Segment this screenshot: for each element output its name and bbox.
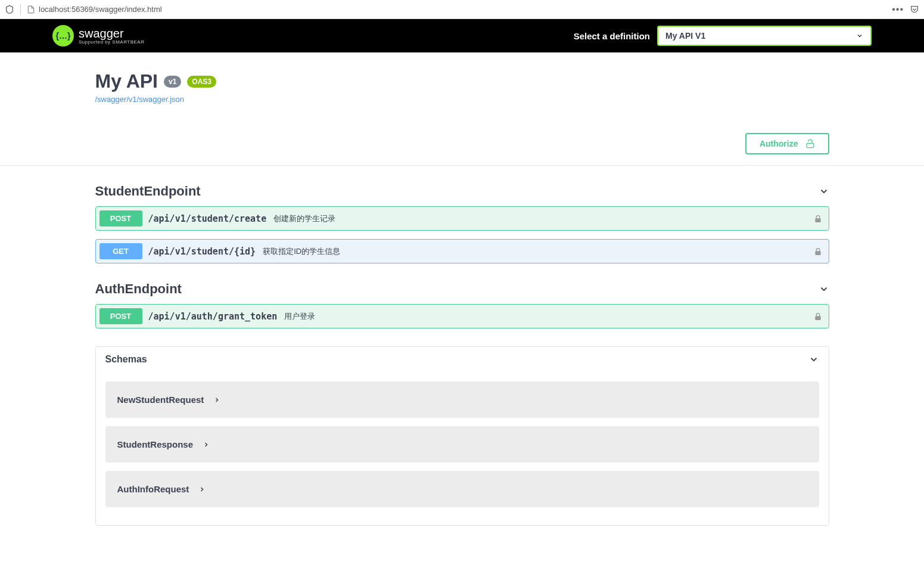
unlock-icon — [805, 139, 815, 148]
browser-right-icons: ••• — [892, 4, 919, 15]
api-title-row: My API v1 OAS3 — [95, 70, 829, 92]
tag-header[interactable]: StudentEndpoint — [95, 178, 829, 206]
operation-row[interactable]: POST /api/v1/auth/grant_token 用户登录 — [95, 304, 829, 328]
swagger-brand: swagger — [79, 27, 144, 40]
info-section: My API v1 OAS3 /swagger/v1/swagger.json — [0, 52, 924, 116]
schema-item[interactable]: AuthInfoRequest — [105, 471, 819, 507]
chevron-right-icon — [213, 396, 220, 404]
authorize-button[interactable]: Authorize — [745, 133, 829, 154]
lock-icon[interactable] — [813, 214, 823, 224]
definition-label: Select a definition — [574, 31, 650, 41]
schema-item[interactable]: StudentResponse — [105, 426, 819, 463]
divider — [20, 4, 21, 15]
definition-select[interactable]: My API V1 — [657, 26, 872, 46]
chevron-down-icon — [819, 186, 829, 197]
schema-item[interactable]: NewStudentRequest — [105, 381, 819, 418]
swagger-logo-icon: {…} — [52, 25, 74, 46]
version-badge: v1 — [164, 76, 181, 88]
browser-address-bar: localhost:56369/swagger/index.html ••• — [0, 0, 924, 19]
more-menu-icon[interactable]: ••• — [892, 4, 904, 15]
schemas-section: Schemas NewStudentRequest StudentRespons… — [95, 346, 829, 526]
lock-icon[interactable] — [813, 312, 823, 321]
swagger-logo[interactable]: {…} swagger Supported by SMARTBEAR — [52, 25, 144, 46]
operation-row[interactable]: GET /api/v1/student/{id} 获取指定ID的学生信息 — [95, 239, 829, 263]
spec-link[interactable]: /swagger/v1/swagger.json — [95, 95, 829, 104]
chevron-right-icon — [198, 486, 206, 493]
method-badge-post: POST — [99, 210, 142, 227]
browser-left-icons — [5, 4, 35, 15]
operation-path: /api/v1/student/create — [148, 213, 267, 224]
tag-header[interactable]: AuthEndpoint — [95, 275, 829, 304]
lock-icon[interactable] — [813, 247, 823, 256]
schemas-title: Schemas — [105, 354, 147, 365]
svg-rect-0 — [815, 218, 820, 222]
tag-name: StudentEndpoint — [95, 184, 201, 199]
swagger-logo-text: swagger Supported by SMARTBEAR — [79, 27, 144, 45]
authorize-button-label: Authorize — [760, 139, 798, 148]
operation-summary: 用户登录 — [284, 311, 315, 322]
operation-summary: 创建新的学生记录 — [273, 213, 335, 224]
schema-name: StudentResponse — [117, 439, 194, 449]
page-icon — [27, 5, 35, 14]
oas-badge: OAS3 — [187, 76, 216, 88]
chevron-down-icon — [856, 32, 863, 39]
svg-rect-1 — [815, 251, 820, 255]
tag-name: AuthEndpoint — [95, 281, 182, 297]
operation-path: /api/v1/auth/grant_token — [148, 311, 278, 322]
operation-row[interactable]: POST /api/v1/student/create 创建新的学生记录 — [95, 206, 829, 231]
definition-select-value: My API V1 — [665, 31, 705, 41]
pocket-icon[interactable] — [910, 5, 919, 14]
tag-section: AuthEndpoint POST /api/v1/auth/grant_tok… — [95, 275, 829, 328]
operation-summary: 获取指定ID的学生信息 — [263, 246, 340, 257]
chevron-right-icon — [203, 441, 210, 448]
url-input[interactable]: localhost:56369/swagger/index.html — [39, 5, 892, 14]
swagger-topbar: {…} swagger Supported by SMARTBEAR Selec… — [0, 19, 924, 52]
schema-name: AuthInfoRequest — [117, 484, 189, 494]
method-badge-post: POST — [99, 308, 142, 324]
shield-icon[interactable] — [5, 5, 14, 14]
tag-section: StudentEndpoint POST /api/v1/student/cre… — [95, 178, 829, 263]
auth-section: Authorize — [0, 116, 924, 165]
schema-name: NewStudentRequest — [117, 395, 204, 405]
operation-path: /api/v1/student/{id} — [148, 246, 256, 257]
method-badge-get: GET — [99, 243, 142, 259]
chevron-down-icon — [819, 284, 829, 294]
swagger-subtitle: Supported by SMARTBEAR — [79, 40, 144, 45]
schemas-header[interactable]: Schemas — [96, 347, 829, 372]
chevron-down-icon — [808, 354, 819, 365]
svg-rect-2 — [815, 316, 820, 320]
api-title: My API — [95, 70, 158, 92]
definition-selector-area: Select a definition My API V1 — [574, 26, 872, 46]
